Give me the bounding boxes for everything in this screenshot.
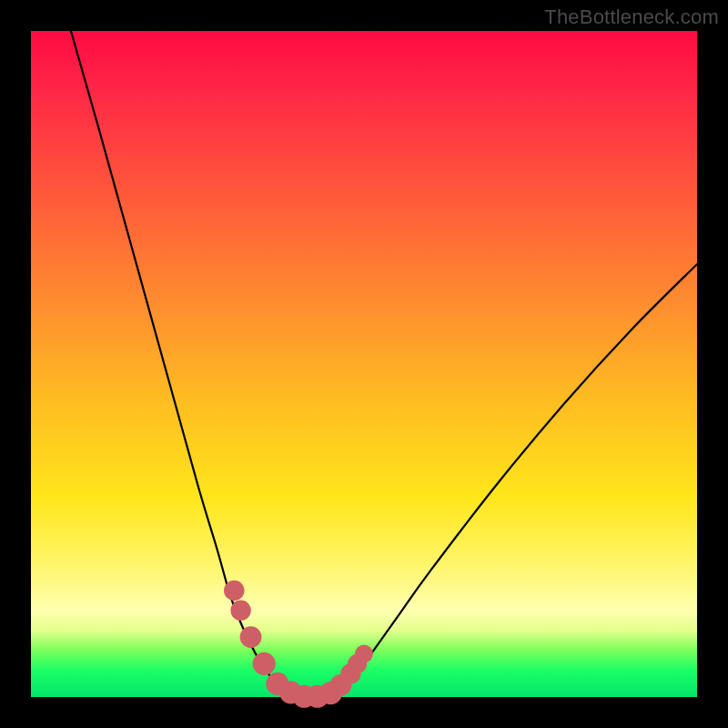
curve-marker	[253, 652, 276, 675]
curve-marker	[240, 626, 262, 648]
chart-frame: TheBottleneck.com	[0, 0, 728, 728]
curve-marker	[355, 644, 373, 662]
curve-markers	[224, 581, 373, 708]
curve-svg	[31, 31, 697, 697]
curve-marker	[224, 581, 245, 602]
curve-marker	[230, 601, 251, 622]
plot-area	[31, 31, 697, 697]
watermark-text: TheBottleneck.com	[544, 5, 719, 29]
bottleneck-curve	[71, 31, 697, 697]
